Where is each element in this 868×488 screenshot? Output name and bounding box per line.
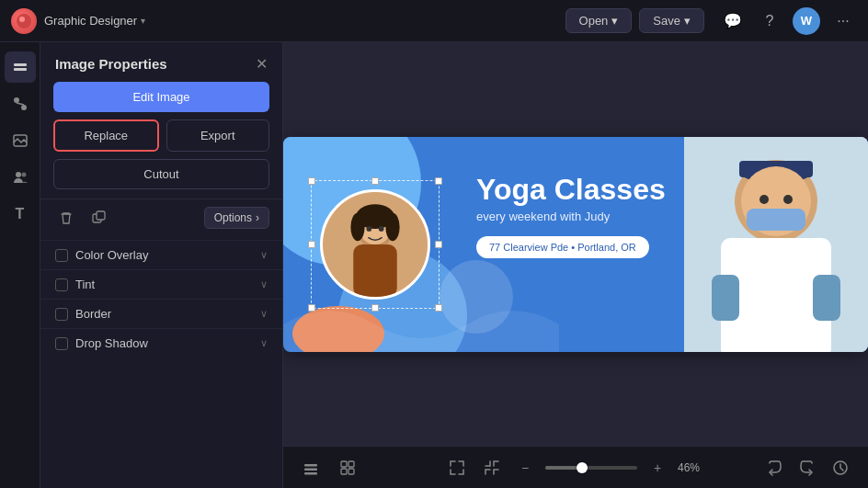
svg-point-1 [19,17,25,22]
main-layout: T Image Properties ✕ Edit Image Replace … [0,42,868,488]
rail-layers-icon[interactable] [5,51,36,83]
svg-rect-3 [14,68,27,71]
svg-point-29 [783,195,793,204]
svg-rect-37 [341,469,347,474]
card-subtitle: every weekend with Judy [476,210,666,223]
svg-rect-36 [348,461,354,467]
open-chevron-icon: ▾ [611,14,618,28]
user-avatar[interactable]: W [793,7,820,35]
design-card[interactable]: Yoga Classes every weekend with Judy 77 … [283,137,868,352]
open-button[interactable]: Open ▾ [565,8,633,33]
doctor-photo[interactable] [684,137,868,352]
rail-text-icon[interactable]: T [5,199,36,230]
drop-shadow-expand-icon: ∨ [260,337,268,349]
svg-rect-2 [14,63,27,66]
more-options-icon-button[interactable]: ··· [829,7,857,35]
zoom-percent: 46% [678,461,707,474]
tint-checkbox[interactable] [55,278,68,291]
wave-svg [283,297,559,352]
drop-shadow-checkbox[interactable] [55,337,68,350]
svg-point-4 [14,97,19,103]
replace-button[interactable]: Replace [53,119,159,152]
svg-rect-34 [304,472,317,475]
icon-rail: T [0,42,40,488]
rail-users-icon[interactable] [5,162,36,193]
bottom-right-icons [761,455,853,481]
bottombar: − + 46% [283,446,868,488]
person-image[interactable] [320,189,430,300]
expand-icon[interactable] [444,455,470,481]
app-name-chevron-icon: ▾ [141,16,145,26]
options-button[interactable]: Options › [204,207,269,229]
topbar-icons: 💬 ? W ··· [719,7,857,35]
svg-point-18 [385,212,399,240]
tint-label: Tint [75,278,95,291]
delete-icon[interactable] [53,205,79,231]
save-label: Save [653,14,680,28]
history-icon[interactable] [828,455,853,481]
chat-icon-button[interactable]: 💬 [719,7,747,35]
svg-rect-38 [348,469,354,474]
zoom-out-icon[interactable]: − [514,457,536,479]
border-row[interactable]: Border ∨ [40,299,282,328]
zoom-slider-thumb [577,462,588,473]
app-name-label: Graphic Designer [44,14,137,28]
svg-rect-33 [304,468,317,471]
options-chevron-icon: › [256,211,259,224]
border-expand-icon: ∨ [260,308,268,320]
panel-buttons: Edit Image Replace Export Cutout [40,82,282,199]
handle-mr[interactable] [435,241,442,248]
panel-title: Image Properties [55,56,167,72]
svg-rect-31 [813,275,840,321]
svg-point-17 [350,212,364,240]
panel-checkboxes: Color Overlay ∨ Tint ∨ Border ∨ [40,236,282,361]
color-overlay-expand-icon: ∨ [260,249,268,261]
panel-close-button[interactable]: ✕ [256,55,268,73]
handle-tr[interactable] [435,177,442,185]
svg-point-28 [760,195,769,204]
edit-image-button[interactable]: Edit Image [53,82,269,112]
app-name-button[interactable]: Graphic Designer ▾ [44,14,145,28]
svg-point-9 [21,173,26,177]
topbar: Graphic Designer ▾ Open ▾ Save ▾ 💬 ? W ·… [0,0,868,42]
undo-icon[interactable] [761,455,787,481]
duplicate-icon[interactable] [86,205,112,231]
border-label: Border [75,307,111,321]
options-label: Options [214,211,252,224]
save-button[interactable]: Save ▾ [639,8,704,33]
canvas-workspace[interactable]: Yoga Classes every weekend with Judy 77 … [283,42,868,446]
card-text-area: Yoga Classes every weekend with Judy 77 … [476,174,666,258]
svg-line-6 [17,103,24,105]
svg-rect-35 [341,461,347,467]
cutout-button[interactable]: Cutout [53,159,269,189]
zoom-in-icon[interactable]: + [646,457,668,479]
panel-header: Image Properties ✕ [40,42,282,82]
app-logo[interactable] [11,8,37,34]
redo-icon[interactable] [794,455,820,481]
color-overlay-label: Color Overlay [75,248,148,262]
panel-tools-row: Options › [40,199,282,236]
rail-design-icon[interactable] [5,88,36,119]
save-chevron-icon: ▾ [684,14,691,28]
border-checkbox[interactable] [55,308,68,321]
help-icon-button[interactable]: ? [756,7,783,35]
svg-rect-14 [353,244,397,297]
frames-icon[interactable] [335,455,360,481]
zoom-slider[interactable] [545,466,637,470]
svg-point-5 [21,105,27,110]
color-overlay-checkbox[interactable] [55,249,68,262]
export-button[interactable]: Export [166,119,270,152]
drop-shadow-row[interactable]: Drop Shadow ∨ [40,328,282,357]
card-title: Yoga Classes [476,174,666,206]
layers-icon[interactable] [298,455,324,481]
svg-point-20 [379,226,384,232]
svg-point-19 [367,226,372,232]
color-overlay-row[interactable]: Color Overlay ∨ [40,240,282,269]
shrink-icon[interactable] [479,455,505,481]
rail-image-icon[interactable] [5,125,36,156]
tint-row[interactable]: Tint ∨ [40,269,282,299]
zoom-controls: − + 46% [444,455,707,481]
svg-rect-30 [712,275,739,321]
svg-rect-27 [747,209,805,231]
drop-shadow-label: Drop Shadow [75,336,148,350]
